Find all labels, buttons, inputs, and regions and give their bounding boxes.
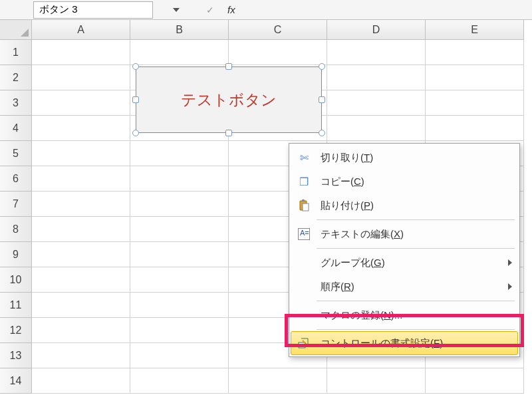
row-header[interactable]: 5	[0, 141, 32, 166]
fx-label[interactable]: fx	[227, 4, 235, 15]
formula-bar: ボタン 3 ✓ fx	[0, 0, 532, 20]
menu-item-paste[interactable]: 貼り付け(P)	[291, 194, 517, 217]
name-box[interactable]: ボタン 3	[33, 1, 153, 19]
menu-item-copy[interactable]: ❐ コピー(C)	[291, 170, 517, 194]
row-header[interactable]: 8	[0, 217, 32, 242]
menu-label: テキストの編集(X)	[321, 228, 512, 241]
resize-handle-r[interactable]	[319, 96, 325, 103]
menu-separator	[317, 301, 515, 301]
button-control-label: テストボタン	[181, 90, 277, 110]
row-header[interactable]: 1	[0, 40, 32, 65]
resize-handle-b[interactable]	[225, 130, 232, 136]
name-box-dropdown-icon[interactable]	[173, 8, 180, 12]
row-header[interactable]: 3	[0, 90, 32, 116]
row-header[interactable]: 7	[0, 192, 32, 217]
menu-label: 順序(R)	[321, 281, 508, 293]
resize-handle-tr[interactable]	[319, 63, 325, 70]
row-header[interactable]: 14	[0, 368, 32, 394]
resize-handle-br[interactable]	[319, 130, 325, 136]
row-header[interactable]: 11	[0, 293, 32, 318]
edit-text-icon: A=	[295, 225, 313, 243]
menu-label: マクロの登録(N)...	[321, 309, 512, 322]
format-control-icon	[295, 334, 313, 352]
name-box-value: ボタン 3	[39, 3, 78, 16]
copy-icon: ❐	[295, 173, 313, 190]
row-header[interactable]: 4	[0, 116, 32, 141]
form-button-control[interactable]: テストボタン	[136, 66, 322, 133]
menu-label: グループ化(G)	[321, 257, 508, 269]
svg-rect-1	[302, 200, 305, 201]
column-header[interactable]: E	[426, 20, 524, 40]
spreadsheet-grid: A B C D E 1 2 3 4 5 6 7 8 9 10 11 12 13 …	[0, 20, 532, 399]
menu-item-assign-macro[interactable]: マクロの登録(N)...	[291, 303, 517, 327]
blank-icon	[295, 254, 313, 271]
fx-area: ✓ fx	[206, 4, 235, 15]
column-headers: A B C D E	[32, 20, 524, 40]
row-header[interactable]: 13	[0, 343, 32, 368]
menu-item-order[interactable]: 順序(R)	[291, 275, 517, 299]
row-header[interactable]: 6	[0, 166, 32, 192]
paste-icon	[295, 197, 313, 214]
formula-check-icon: ✓	[206, 5, 214, 15]
menu-label: コピー(C)	[321, 176, 512, 188]
row-header[interactable]: 10	[0, 267, 32, 293]
submenu-arrow-icon	[508, 259, 512, 266]
menu-item-edit-text[interactable]: A= テキストの編集(X)	[291, 222, 517, 246]
resize-handle-tl[interactable]	[132, 63, 139, 70]
menu-separator	[317, 248, 515, 249]
resize-handle-bl[interactable]	[132, 130, 139, 136]
blank-icon	[295, 278, 313, 295]
menu-item-group[interactable]: グループ化(G)	[291, 251, 517, 275]
menu-label: 切り取り(T)	[321, 152, 512, 164]
svg-rect-2	[303, 203, 309, 211]
cut-icon: ✄	[295, 149, 313, 166]
row-header[interactable]: 2	[0, 65, 32, 90]
blank-icon	[295, 307, 313, 324]
svg-rect-3	[299, 342, 305, 348]
menu-separator	[317, 329, 515, 330]
row-headers: 1 2 3 4 5 6 7 8 9 10 11 12 13 14	[0, 40, 32, 394]
submenu-arrow-icon	[508, 283, 512, 290]
menu-item-cut[interactable]: ✄ 切り取り(T)	[291, 146, 517, 170]
menu-separator	[317, 219, 515, 220]
row-header[interactable]: 9	[0, 242, 32, 267]
row-header[interactable]: 12	[0, 318, 32, 343]
column-header[interactable]: B	[130, 20, 229, 40]
column-header[interactable]: A	[32, 20, 130, 40]
column-header[interactable]: C	[229, 20, 327, 40]
column-header[interactable]: D	[327, 20, 426, 40]
menu-label: コントロールの書式設定(F)...	[321, 337, 512, 350]
resize-handle-t[interactable]	[225, 63, 232, 70]
resize-handle-l[interactable]	[132, 96, 139, 103]
menu-item-format-control[interactable]: コントロールの書式設定(F)...	[291, 331, 518, 355]
menu-label: 貼り付け(P)	[321, 200, 512, 212]
context-menu: ✄ 切り取り(T) ❐ コピー(C) 貼り付け(P) A= テキストの編集(X)…	[289, 143, 520, 357]
select-all-cell[interactable]	[0, 20, 32, 40]
